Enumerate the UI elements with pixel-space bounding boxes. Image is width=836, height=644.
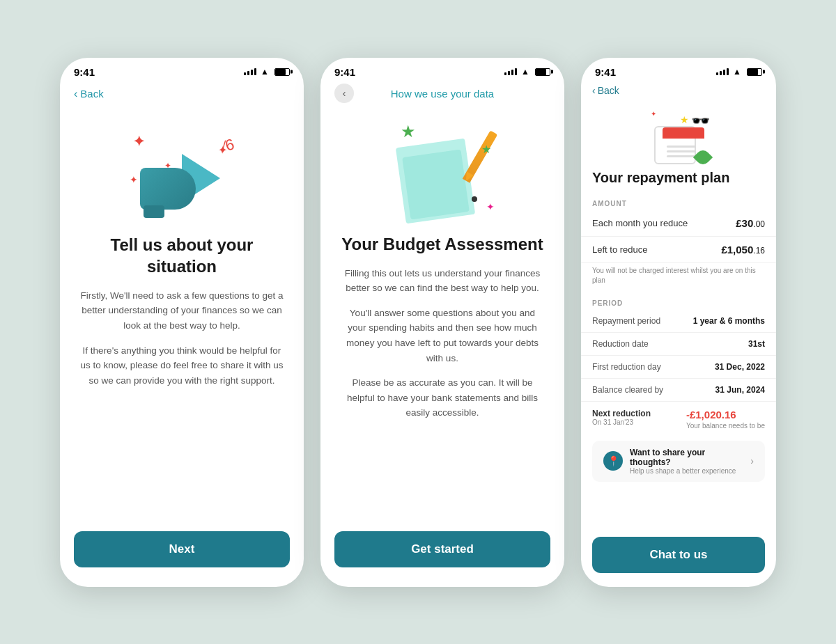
- signal-bar: [716, 72, 718, 75]
- left-to-reduce-value: £1,050.16: [721, 244, 765, 256]
- phone3-title: Your repayment plan: [581, 164, 776, 194]
- next-button[interactable]: Next: [74, 531, 290, 567]
- balance-cleared-label: Balance cleared by: [592, 385, 663, 395]
- back-button-1[interactable]: ‹ Back: [60, 82, 304, 109]
- back-label-3: Back: [598, 85, 619, 96]
- phone-2: 9:41 ▲ ‹ How we use your data: [320, 58, 564, 587]
- spark-cal-icon-2: ★: [680, 114, 689, 125]
- reduction-date-label: Reduction date: [592, 339, 649, 349]
- next-reduction-values: -£1,020.16 Your balance needs to be: [686, 409, 765, 430]
- pink-spark-icon: ✦: [486, 201, 495, 212]
- signal-bars-3: [716, 68, 729, 75]
- signal-bar: [723, 70, 725, 75]
- calendar-lines: [667, 146, 696, 157]
- thoughts-subtitle: Help us shape a better experience: [630, 467, 743, 475]
- pencil-illustration: [463, 130, 497, 182]
- pin-icon: 📍: [607, 455, 619, 466]
- repayment-period-row: Repayment period 1 year & 6 months: [581, 310, 776, 333]
- status-icons-1: ▲: [244, 67, 290, 77]
- interest-note: You will not be charged interest whilst …: [581, 263, 776, 291]
- battery-icon-2: [535, 68, 550, 76]
- status-time-2: 9:41: [334, 66, 355, 78]
- phone2-header: ‹ How we use your data: [320, 82, 564, 108]
- phone3-illustration: ✦ ★ 🕶️: [581, 102, 776, 164]
- get-started-button[interactable]: Get started: [334, 531, 550, 567]
- wifi-icon: ▲: [261, 67, 269, 77]
- battery-icon: [274, 68, 290, 76]
- amount-label: AMOUNT: [581, 194, 776, 210]
- next-reduction-sublabel: On 31 Jan'23: [592, 418, 651, 426]
- signal-bar: [720, 71, 722, 75]
- phone2-body2: You'll answer some questions about you a…: [340, 306, 545, 366]
- left-to-reduce-row: Left to reduce £1,050.16: [581, 237, 776, 263]
- next-reduction-labels: Next reduction On 31 Jan'23: [592, 409, 651, 426]
- each-month-main: £30: [736, 217, 753, 229]
- repayment-period-label: Repayment period: [592, 316, 660, 326]
- status-bar-1: 9:41 ▲: [60, 58, 304, 82]
- spark-cal-icon-1: ✦: [651, 110, 656, 118]
- phone3-footer: Chat to us: [581, 530, 776, 587]
- dot-illustration: [472, 196, 477, 202]
- phone2-body3: Please be as accurate as you can. It wil…: [340, 375, 545, 421]
- next-reduction-label: Next reduction: [592, 409, 651, 418]
- signal-bar: [247, 71, 249, 75]
- repayment-period-value: 1 year & 6 months: [693, 316, 765, 326]
- back-label-1: Back: [80, 88, 103, 100]
- next-reduction-note: Your balance needs to be: [686, 422, 765, 430]
- phone2-body1: Filling this out lets us understand your…: [340, 266, 545, 296]
- signal-bar: [511, 70, 513, 75]
- reduction-date-value: 31st: [748, 339, 765, 349]
- signal-bars-1: [244, 68, 256, 75]
- illustration-area-2: ★ ★ ✦: [320, 108, 564, 233]
- phone2-header-title: How we use your data: [391, 88, 494, 100]
- back-arrow-icon: ‹: [74, 88, 77, 100]
- chat-button[interactable]: Chat to us: [592, 537, 765, 573]
- thoughts-banner[interactable]: 📍 Want to share your thoughts? Help us s…: [592, 441, 765, 482]
- signal-bar: [504, 72, 506, 75]
- phone-1: 9:41 ▲ ‹ Back ✦ ✦: [60, 58, 304, 587]
- battery-fill-2: [536, 69, 546, 75]
- signal-bar: [727, 68, 729, 75]
- signal-bar: [251, 70, 253, 75]
- period-label: PERIOD: [581, 294, 776, 310]
- notebook-lines: [402, 149, 470, 219]
- phone1-main-content: Tell us about your situation Firstly, We…: [60, 234, 304, 520]
- signal-bar: [515, 68, 517, 75]
- left-to-reduce-main: £1,050: [721, 244, 753, 256]
- wifi-icon-3: ▲: [733, 67, 741, 77]
- phone1-body1: Firstly, We'll need to ask a few questio…: [79, 288, 284, 333]
- status-bar-2: 9:41 ▲: [320, 58, 564, 82]
- battery-fill-3: [748, 69, 758, 75]
- thoughts-title: Want to share your thoughts?: [630, 448, 743, 467]
- spark-icon-3: ✦: [130, 174, 138, 185]
- phone2-footer: Get started: [320, 520, 564, 587]
- megaphone-illustration: ✦ ✦ ✦ ✦ ⁄6: [126, 119, 238, 223]
- next-reduction-box: Next reduction On 31 Jan'23 -£1,020.16 Y…: [581, 402, 776, 437]
- thoughts-icon: 📍: [603, 451, 623, 471]
- phone-3: 9:41 ▲ ‹ Back: [581, 58, 776, 587]
- back-arrow-icon-3: ‹: [592, 85, 596, 96]
- status-icons-3: ▲: [716, 67, 762, 77]
- phone2-back-button[interactable]: ‹: [334, 84, 354, 103]
- status-time-1: 9:41: [74, 66, 95, 78]
- calendar-body: [654, 126, 696, 164]
- signal-bar: [244, 72, 246, 75]
- chevron-right-icon: ›: [750, 455, 754, 466]
- thoughts-text: Want to share your thoughts? Help us sha…: [630, 448, 743, 475]
- phone3-back-button[interactable]: ‹ Back: [592, 85, 765, 96]
- star-icon-1: ★: [401, 122, 416, 141]
- each-month-label: Each month you reduce: [592, 218, 688, 228]
- phone1-body2: If there's anything you think would be h…: [79, 343, 284, 388]
- cal-line: [667, 155, 696, 157]
- signal-bars-2: [504, 68, 517, 75]
- phones-container: 9:41 ▲ ‹ Back ✦ ✦: [32, 30, 804, 615]
- leaf-icon: [693, 147, 713, 166]
- left-to-reduce-decimal: .16: [753, 246, 765, 256]
- reduction-date-row: Reduction date 31st: [581, 333, 776, 356]
- status-bar-3: 9:41 ▲: [581, 58, 776, 82]
- signal-bar: [254, 68, 256, 75]
- battery-fill: [275, 69, 286, 75]
- cal-line: [667, 146, 696, 148]
- status-icons-2: ▲: [504, 67, 550, 77]
- phone2-main-content: Your Budget Assessment Filling this out …: [320, 233, 564, 520]
